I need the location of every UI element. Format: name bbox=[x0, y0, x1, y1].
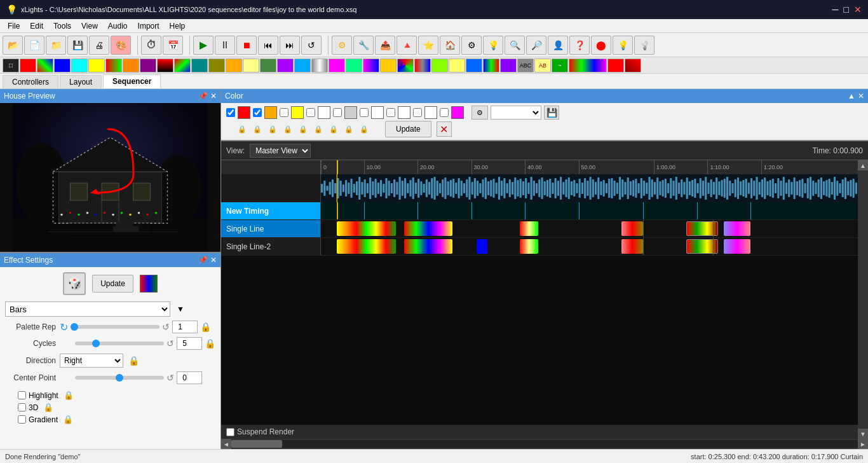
lock-3[interactable]: 🔒 bbox=[266, 125, 280, 134]
effect-btn-29[interactable] bbox=[483, 59, 499, 73]
loop-button[interactable]: ↺ bbox=[301, 36, 322, 55]
effect-btn-24[interactable] bbox=[397, 59, 414, 73]
view-select[interactable]: Master View bbox=[250, 144, 311, 158]
color-swatch-magenta[interactable] bbox=[451, 106, 464, 119]
palette-rep-slider[interactable] bbox=[71, 325, 159, 329]
color-cb-4[interactable] bbox=[306, 108, 315, 117]
off-bulb-button[interactable]: 💡 bbox=[634, 36, 654, 55]
effect-btn-18[interactable] bbox=[294, 59, 311, 73]
settings-button[interactable]: ⚙ bbox=[461, 36, 482, 55]
effect-btn-4[interactable] bbox=[54, 59, 71, 73]
effect-btn-25[interactable] bbox=[414, 59, 431, 73]
center-point-number[interactable]: 0 bbox=[177, 371, 202, 384]
cycles-refresh-icon[interactable]: ↺ bbox=[166, 338, 174, 349]
menu-audio[interactable]: Audio bbox=[103, 20, 133, 32]
effect-color-swatch[interactable] bbox=[140, 275, 158, 293]
stop-button[interactable]: ⏹ bbox=[236, 36, 257, 55]
effect-settings-close-button[interactable]: ✕ bbox=[210, 256, 217, 265]
effect-btn-16[interactable] bbox=[260, 59, 276, 73]
white-bulb-button[interactable]: 💡 bbox=[613, 36, 633, 55]
seq-hscroll-thumb[interactable] bbox=[231, 440, 282, 448]
three-d-checkbox[interactable] bbox=[18, 403, 26, 411]
cycles-slider[interactable] bbox=[75, 342, 164, 345]
lock-7[interactable]: 🔒 bbox=[327, 125, 341, 134]
color-cb-1[interactable] bbox=[226, 108, 235, 117]
effect-btn-31[interactable]: ABC bbox=[517, 59, 534, 73]
effect-btn-33[interactable]: ~ bbox=[552, 59, 568, 73]
seq-vscroll-down-button[interactable]: ▼ bbox=[858, 429, 868, 439]
effect-btn-8[interactable] bbox=[123, 59, 139, 73]
color-swatch-lightgray[interactable] bbox=[344, 106, 357, 119]
dice-button[interactable]: 🎲 bbox=[63, 272, 86, 295]
menu-import[interactable]: Import bbox=[133, 20, 165, 32]
star-button[interactable]: ⭐ bbox=[418, 36, 438, 55]
effect-block-1-1[interactable] bbox=[337, 221, 396, 236]
color-button[interactable]: 🎨 bbox=[111, 36, 131, 55]
effect-block-2-4[interactable] bbox=[520, 239, 539, 254]
effect-btn-20[interactable] bbox=[329, 59, 345, 73]
effect-btn-35[interactable] bbox=[607, 59, 624, 73]
effect-block-2-7[interactable] bbox=[724, 239, 750, 254]
effect-btn-11[interactable] bbox=[174, 59, 191, 73]
highlight-checkbox[interactable] bbox=[18, 391, 26, 399]
direction-lock-icon[interactable]: 🔒 bbox=[128, 356, 139, 366]
rewind-button[interactable]: ⏮ bbox=[258, 36, 278, 55]
effect-btn-27[interactable] bbox=[449, 59, 465, 73]
color-update-button[interactable]: Update bbox=[385, 121, 431, 137]
sequence-row-label-1[interactable]: Single Line bbox=[221, 220, 321, 237]
gradient-lock-icon[interactable]: 🔒 bbox=[63, 415, 73, 424]
lock-2[interactable]: 🔒 bbox=[250, 125, 264, 134]
sequence-row-timeline-2[interactable] bbox=[321, 238, 858, 255]
effect-btn-2[interactable] bbox=[20, 59, 36, 73]
effect-btn-36[interactable] bbox=[625, 59, 641, 73]
forward-button[interactable]: ⏭ bbox=[280, 36, 300, 55]
color-swatch-red[interactable] bbox=[238, 106, 250, 119]
render-all-button[interactable]: ⚙ bbox=[332, 36, 352, 55]
bulb-button[interactable]: 💡 bbox=[483, 36, 503, 55]
lock-4[interactable]: 🔒 bbox=[281, 125, 295, 134]
effect-btn-6[interactable] bbox=[88, 59, 105, 73]
calendar-button[interactable]: 📅 bbox=[163, 36, 183, 55]
seq-hscroll-right-button[interactable]: ► bbox=[858, 439, 868, 449]
lock-6[interactable]: 🔒 bbox=[311, 125, 325, 134]
effect-settings-pin-button[interactable]: 📌 bbox=[198, 256, 208, 265]
effect-btn-23[interactable] bbox=[380, 59, 397, 73]
palette-rep-lock-icon[interactable]: 🔒 bbox=[200, 322, 211, 332]
house-preview-close-button[interactable]: ✕ bbox=[210, 92, 217, 100]
effect-btn-22[interactable] bbox=[363, 59, 379, 73]
effect-btn-7[interactable] bbox=[105, 59, 122, 73]
color-save-button[interactable]: 💾 bbox=[544, 106, 559, 120]
effect-btn-14[interactable] bbox=[226, 59, 242, 73]
menu-file[interactable]: File bbox=[3, 20, 25, 32]
effect-btn-1[interactable]: □ bbox=[3, 59, 19, 73]
search2-button[interactable]: 🔎 bbox=[526, 36, 546, 55]
effect-btn-13[interactable] bbox=[208, 59, 225, 73]
tab-layout[interactable]: Layout bbox=[60, 75, 102, 88]
effect-btn-21[interactable] bbox=[346, 59, 362, 73]
timer-button[interactable]: ⏱ bbox=[141, 36, 161, 55]
menu-view[interactable]: View bbox=[76, 20, 103, 32]
menu-edit[interactable]: Edit bbox=[25, 20, 48, 32]
house-button[interactable]: 🏠 bbox=[440, 36, 460, 55]
cycles-number[interactable]: 5 bbox=[177, 337, 202, 350]
open-folder-button[interactable]: 📂 bbox=[3, 36, 23, 55]
lock-9[interactable]: 🔒 bbox=[357, 125, 371, 134]
house-preview-pin-button[interactable]: 📌 bbox=[198, 92, 208, 100]
play-button[interactable]: ▶ bbox=[193, 36, 214, 55]
tab-controllers[interactable]: Controllers bbox=[3, 75, 58, 88]
user-button[interactable]: 👤 bbox=[548, 36, 568, 55]
pause-button[interactable]: ⏸ bbox=[215, 36, 235, 55]
seq-hscroll-left-button[interactable]: ◄ bbox=[221, 439, 231, 449]
color-dropdown[interactable] bbox=[491, 106, 541, 120]
export-button[interactable]: 📤 bbox=[375, 36, 395, 55]
color-cancel-button[interactable]: ✕ bbox=[437, 121, 452, 137]
color-cb-2[interactable] bbox=[253, 108, 262, 117]
gradient-checkbox[interactable] bbox=[18, 415, 26, 424]
color-cb-7[interactable] bbox=[386, 108, 395, 117]
effect-btn-10[interactable] bbox=[157, 59, 173, 73]
effect-btn-3[interactable] bbox=[37, 59, 53, 73]
maximize-button[interactable]: □ bbox=[844, 4, 849, 15]
color-swatch-white3[interactable] bbox=[398, 106, 410, 119]
effect-block-2-2[interactable] bbox=[404, 239, 452, 254]
sequence-row-timeline-1[interactable] bbox=[321, 220, 858, 237]
